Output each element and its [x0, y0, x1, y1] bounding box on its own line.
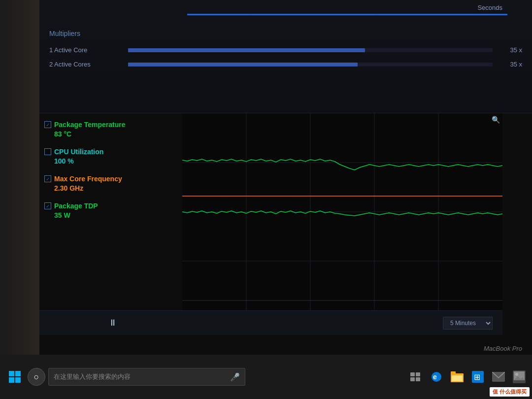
checkbox-tdp[interactable] [44, 202, 51, 209]
blue-progress-bar [187, 14, 507, 15]
time-select[interactable]: 1 Minute 2 Minutes 5 Minutes 10 Minutes … [443, 317, 493, 330]
svg-rect-9 [15, 371, 21, 376]
controls-bar: ⏸ 1 Minute 2 Minutes 5 Minutes 10 Minute… [39, 310, 502, 335]
core1-bar-container [128, 48, 493, 52]
core2-label: 2 Active Cores [49, 61, 128, 68]
metric-name-cpu: CPU Utilization [54, 148, 103, 156]
checkbox-temp[interactable] [44, 121, 51, 128]
edge-icon: e [431, 371, 442, 383]
watermark: 值 什么值得买 [490, 387, 530, 397]
top-section: Seconds Multipliers 1 Active Core 35 x 2… [39, 0, 532, 113]
metric-name-temp: Package Temperature [54, 121, 125, 129]
multipliers-section: Multipliers 1 Active Core 35 x 2 Active … [39, 25, 532, 80]
microphone-icon: 🎤 [230, 372, 240, 382]
core2-bar-container [128, 63, 493, 66]
core2-row: 2 Active Cores 35 x [49, 61, 522, 68]
taskbar-area: ○ 在这里输入你要搜索的内容 🎤 e [0, 355, 532, 399]
monitor-screen: Seconds Multipliers 1 Active Core 35 x 2… [39, 0, 532, 355]
metric-value-tdp: 35 W [54, 211, 177, 219]
svg-rect-11 [15, 377, 21, 383]
checkbox-cpu[interactable] [44, 148, 51, 155]
svg-rect-10 [9, 377, 14, 383]
svg-rect-13 [416, 372, 420, 376]
left-panel: Package Temperature 83 °C CPU Utilizatio… [39, 113, 182, 310]
core1-bar-fill [128, 48, 365, 52]
core1-row: 1 Active Core 35 x [49, 46, 522, 54]
metric-header-temp: Package Temperature [44, 121, 177, 129]
svg-rect-8 [9, 371, 14, 376]
search-bar[interactable]: 在这里输入你要搜索的内容 🎤 [48, 368, 245, 386]
core1-value: 35 x [502, 46, 522, 54]
metric-value-temp: 83 °C [54, 130, 177, 138]
main-section: Package Temperature 83 °C CPU Utilizatio… [39, 113, 502, 310]
seconds-label: Seconds [477, 4, 502, 11]
metric-tdp: Package TDP 35 W [44, 202, 177, 219]
task-view-icon [410, 372, 421, 381]
core2-value: 35 x [502, 61, 522, 68]
svg-text:e: e [433, 373, 437, 381]
svg-rect-12 [410, 372, 415, 376]
svg-rect-14 [410, 377, 415, 381]
metric-name-freq: Max Core Frequency [54, 175, 122, 183]
metric-package-temp: Package Temperature 83 °C [44, 121, 177, 138]
windows-button[interactable] [5, 367, 25, 387]
metric-header-cpu: CPU Utilization [44, 148, 177, 156]
metric-value-cpu: 100 % [54, 157, 177, 165]
file-explorer-button[interactable] [449, 369, 465, 385]
core1-label: 1 Active Core [49, 46, 128, 54]
metric-header-tdp: Package TDP [44, 202, 177, 210]
core2-bar-fill [128, 63, 358, 66]
pause-button[interactable]: ⏸ [108, 318, 117, 328]
mail-icon [492, 372, 505, 382]
svg-rect-19 [451, 371, 456, 374]
chart-svg [182, 113, 502, 310]
svg-point-26 [515, 373, 518, 376]
metric-name-tdp: Package TDP [54, 202, 98, 210]
search-text: 在这里输入你要搜索的内容 [54, 372, 131, 381]
windows-logo-icon [9, 371, 21, 383]
taskbar-icons: e ⊞ [408, 369, 527, 385]
svg-rect-15 [416, 377, 420, 381]
cortana-button[interactable]: ○ [28, 368, 45, 386]
photo-button[interactable] [511, 369, 527, 385]
left-edge [0, 0, 39, 399]
photo-icon [513, 370, 526, 383]
store-button[interactable]: ⊞ [470, 369, 486, 385]
task-view-button[interactable] [408, 369, 424, 385]
macbook-label: MacBook Pro [484, 345, 522, 352]
metric-cpu-util: CPU Utilization 100 % [44, 148, 177, 165]
multipliers-label: Multipliers [49, 30, 522, 37]
windows-store-icon: ⊞ [472, 371, 484, 383]
checkbox-freq[interactable] [44, 175, 51, 182]
svg-rect-20 [452, 375, 463, 381]
metric-core-freq: Max Core Frequency 2.30 GHz [44, 175, 177, 192]
svg-text:⊞: ⊞ [474, 373, 480, 381]
metric-header-freq: Max Core Frequency [44, 175, 177, 183]
edge-button[interactable]: e [429, 369, 444, 385]
metric-value-freq: 2.30 GHz [54, 184, 177, 192]
file-explorer-icon [451, 371, 464, 382]
mail-button[interactable] [491, 369, 506, 385]
chart-area: 🔍 [182, 113, 502, 310]
taskbar: ○ 在这里输入你要搜索的内容 🎤 e [0, 355, 532, 399]
